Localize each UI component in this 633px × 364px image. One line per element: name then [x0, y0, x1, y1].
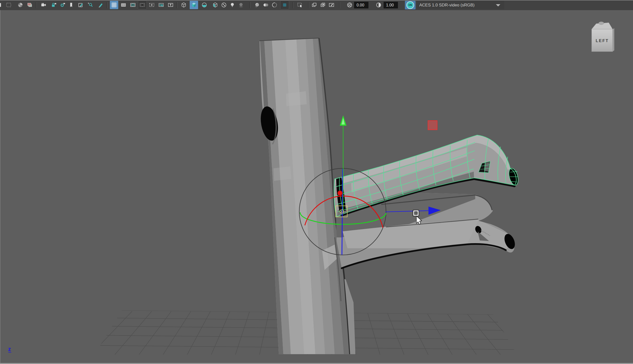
- shadows-icon[interactable]: [237, 1, 245, 9]
- pan-zoom-2d-icon[interactable]: [87, 1, 95, 9]
- toolbar-divider: [308, 2, 309, 8]
- gate-mask-icon[interactable]: [138, 1, 146, 9]
- select-camera-icon[interactable]: [40, 1, 48, 9]
- toolbar-divider: [293, 2, 294, 8]
- snapshot-icon[interactable]: [327, 1, 336, 9]
- view-cube-top-nub: [598, 22, 604, 25]
- manipulator-pivot-dot[interactable]: [338, 191, 342, 195]
- toolbar-divider: [250, 2, 251, 8]
- axis-gizmo: z: [8, 346, 12, 352]
- safe-title-icon[interactable]: [166, 1, 175, 9]
- toolbar-divider: [36, 2, 37, 8]
- toolbar-divider: [339, 2, 340, 8]
- grid-display-icon[interactable]: [110, 1, 118, 9]
- bookmarks-icon[interactable]: [67, 1, 75, 9]
- safe-action-icon[interactable]: [157, 1, 165, 9]
- motion-blur-icon[interactable]: [262, 1, 270, 9]
- screen-space-ao-icon[interactable]: [253, 1, 261, 9]
- component-annotation-square: [428, 120, 437, 130]
- wireframe-display-icon[interactable]: [179, 1, 188, 9]
- view-transform-dropdown[interactable]: ACES 1.0 SDR-video (sRGB): [417, 1, 504, 10]
- isolate-select-icon[interactable]: [296, 1, 304, 9]
- exposure-icon[interactable]: [345, 1, 354, 9]
- image-compare-alt-icon[interactable]: [319, 1, 327, 9]
- pie-sphere-icon[interactable]: [16, 1, 25, 9]
- film-gate-icon[interactable]: [119, 1, 128, 9]
- field-chart-icon[interactable]: [147, 1, 156, 9]
- contrast-field[interactable]: 1.00: [383, 2, 398, 8]
- lock-camera-icon[interactable]: [49, 1, 58, 9]
- axis-z-label: z: [8, 346, 11, 352]
- anti-aliasing-icon[interactable]: [270, 1, 279, 9]
- lights-icon[interactable]: [228, 1, 237, 9]
- exposure-field[interactable]: 0.00: [354, 2, 368, 8]
- viewport-3d[interactable]: LEFT z: [0, 10, 633, 364]
- clipped-icon[interactable]: [0, 1, 2, 9]
- use-default-material-icon[interactable]: [220, 1, 228, 9]
- view-cube[interactable]: LEFT: [592, 22, 614, 52]
- image-plane-icon[interactable]: [77, 1, 85, 9]
- color-management-on-icon: ON: [406, 1, 414, 9]
- textured-cube-icon[interactable]: [211, 1, 220, 9]
- view-cube-label[interactable]: LEFT: [595, 38, 609, 43]
- contrast-value: 1.00: [386, 3, 394, 7]
- color-management-toggle[interactable]: ON: [405, 1, 415, 10]
- marquee-select-icon[interactable]: [5, 1, 13, 9]
- toolbar-divider: [176, 2, 177, 8]
- resolution-gate-icon[interactable]: [129, 1, 137, 9]
- contrast-icon[interactable]: [374, 1, 383, 9]
- exposure-value: 0.00: [356, 3, 364, 7]
- viewport-left-edge: [0, 10, 1, 364]
- image-stack-icon[interactable]: [26, 1, 34, 9]
- view-transform-value: ACES 1.0 SDR-video (sRGB): [419, 3, 475, 8]
- grease-pencil-icon[interactable]: [96, 1, 105, 9]
- shaded-display-icon[interactable]: [190, 1, 198, 9]
- toolbar-divider: [107, 2, 107, 8]
- depth-of-field-icon[interactable]: [280, 1, 289, 9]
- textured-display-icon[interactable]: [200, 1, 208, 9]
- viewport-bottom-edge: [0, 363, 633, 364]
- maya-viewport-window: 0.00 1.00 ON ACES 1.0 SDR-video (sRGB): [0, 0, 633, 364]
- image-compare-icon[interactable]: [310, 1, 318, 9]
- chevron-down-icon: [496, 4, 500, 6]
- camera-attributes-icon[interactable]: [58, 1, 67, 9]
- viewport-toolbar: 0.00 1.00 ON ACES 1.0 SDR-video (sRGB): [0, 0, 633, 10]
